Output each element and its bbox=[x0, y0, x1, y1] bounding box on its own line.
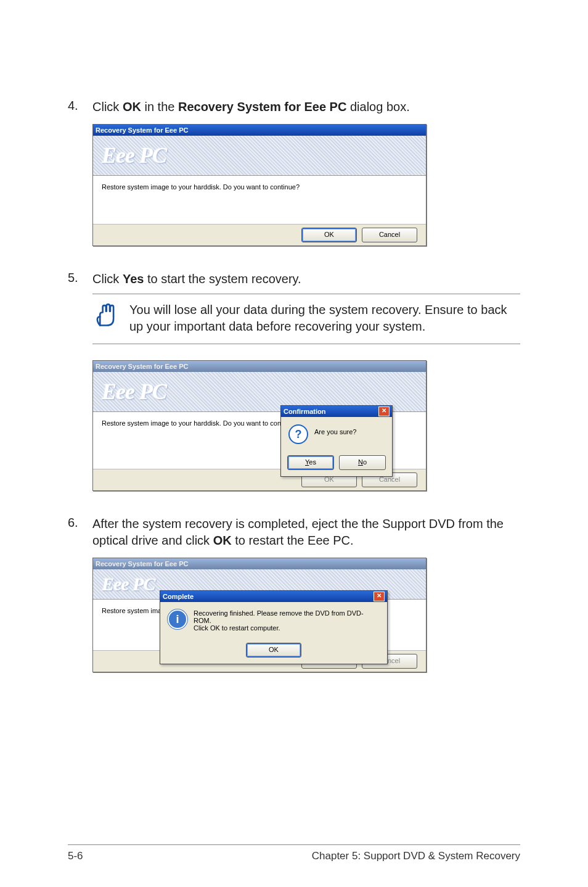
confirmation-button-row: Yes No bbox=[281, 453, 392, 476]
dialog-title: Recovery System for Eee PC bbox=[96, 125, 188, 136]
dialog-body-text: Restore system image to your harddisk. D… bbox=[102, 183, 300, 191]
complete-line2: Click OK to restart computer. bbox=[194, 624, 377, 632]
text-bold: Yes bbox=[123, 272, 144, 286]
dialog-complete: Complete ✕ i Recovering finished. Please… bbox=[160, 590, 388, 664]
text-bold: OK bbox=[213, 534, 232, 547]
step-5: 5. Click Yes to start the system recover… bbox=[68, 271, 520, 287]
step-4-text: Click OK in the Recovery System for Eee … bbox=[92, 99, 520, 115]
ok-button[interactable]: OK bbox=[246, 643, 301, 658]
note-text: You will lose all your data during the s… bbox=[129, 302, 520, 335]
dialog-recovery-step6: Recovery System for Eee PC Eee PC Restor… bbox=[92, 558, 427, 672]
step-4-number: 4. bbox=[68, 99, 92, 115]
dialog-titlebar: Recovery System for Eee PC bbox=[93, 125, 426, 136]
confirmation-titlebar: Confirmation ✕ bbox=[281, 406, 392, 417]
text-fragment: Click bbox=[92, 100, 123, 113]
confirmation-text: Are you sure? bbox=[314, 424, 356, 435]
confirmation-body: ? Are you sure? bbox=[281, 417, 392, 453]
step-5-text: Click Yes to start the system recovery. bbox=[92, 271, 520, 287]
text-fragment: to restart the Eee PC. bbox=[232, 534, 354, 547]
step-6-text: After the system recovery is completed, … bbox=[92, 516, 520, 549]
eee-pc-logo: Eee PC bbox=[102, 142, 166, 168]
ok-button[interactable]: OK bbox=[301, 228, 357, 242]
text-fragment: to start the system recovery. bbox=[144, 272, 301, 286]
cancel-button[interactable]: Cancel bbox=[362, 228, 417, 242]
dialog-body: Restore system image to your harddisk. D… bbox=[93, 176, 426, 224]
close-icon[interactable]: ✕ bbox=[378, 406, 390, 416]
chapter-title: Chapter 5: Support DVD & System Recovery bbox=[312, 850, 520, 862]
complete-line1: Recovering finished. Please remove the D… bbox=[194, 609, 377, 624]
eee-pc-logo: Eee PC bbox=[102, 379, 166, 405]
info-icon: i bbox=[168, 609, 187, 629]
dialog-banner: Eee PC bbox=[93, 136, 426, 176]
question-icon: ? bbox=[288, 424, 308, 444]
page-number: 5-6 bbox=[68, 850, 83, 862]
text-fragment: in the bbox=[141, 100, 178, 113]
eee-pc-logo: Eee PC bbox=[102, 574, 155, 595]
text-bold: OK bbox=[123, 100, 141, 113]
dialog-confirmation: Confirmation ✕ ? Are you sure? Yes No bbox=[280, 405, 393, 477]
dialog-button-row: OK Cancel bbox=[93, 224, 426, 245]
step-4: 4. Click OK in the Recovery System for E… bbox=[68, 99, 520, 115]
dialog-recovery-step4: Recovery System for Eee PC Eee PC Restor… bbox=[92, 124, 427, 246]
complete-button-row: OK bbox=[160, 640, 387, 664]
no-button[interactable]: No bbox=[339, 455, 386, 470]
dialog-titlebar-inactive: Recovery System for Eee PC bbox=[93, 558, 426, 569]
dialog-recovery-step5: Recovery System for Eee PC Eee PC Restor… bbox=[92, 360, 427, 491]
complete-body: i Recovering finished. Please remove the… bbox=[160, 602, 387, 640]
step-6-number: 6. bbox=[68, 516, 92, 549]
dialog-titlebar-inactive: Recovery System for Eee PC bbox=[93, 361, 426, 372]
text-fragment: dialog box. bbox=[346, 100, 409, 113]
complete-text: Recovering finished. Please remove the D… bbox=[194, 609, 377, 632]
step-6: 6. After the system recovery is complete… bbox=[68, 516, 520, 549]
text-bold: Recovery System for Eee PC bbox=[178, 100, 346, 113]
confirmation-title: Confirmation bbox=[284, 406, 325, 417]
note-box: You will lose all your data during the s… bbox=[92, 294, 520, 344]
page-footer: 5-6 Chapter 5: Support DVD & System Reco… bbox=[68, 844, 520, 862]
close-icon[interactable]: ✕ bbox=[374, 592, 385, 601]
text-fragment: Click bbox=[92, 272, 123, 286]
hand-icon bbox=[92, 302, 118, 328]
dialog-title: Recovery System for Eee PC bbox=[96, 558, 188, 569]
step-5-number: 5. bbox=[68, 271, 92, 287]
dialog-body-text: Restore system image to your harddisk. D… bbox=[102, 419, 300, 427]
complete-titlebar: Complete ✕ bbox=[160, 591, 387, 602]
complete-title: Complete bbox=[163, 591, 194, 602]
dialog-body-text-truncated: Restore system ima bbox=[102, 607, 161, 614]
dialog-title: Recovery System for Eee PC bbox=[96, 361, 188, 372]
yes-button[interactable]: Yes bbox=[287, 455, 334, 470]
